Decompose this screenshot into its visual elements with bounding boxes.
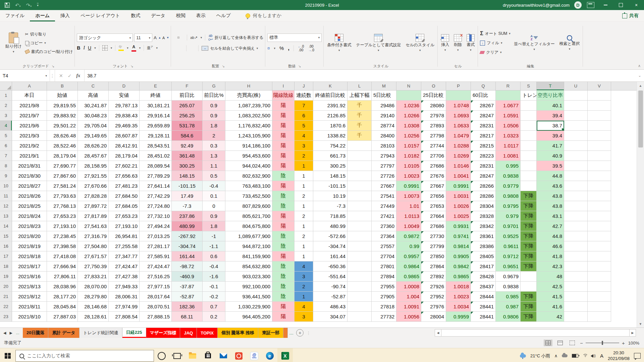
cell-E3[interactable]: 29,916.14: [140, 111, 172, 121]
vertical-scrollbar[interactable]: ▲ ▼: [637, 82, 644, 327]
cell-Q19[interactable]: 28428: [471, 272, 496, 282]
scroll-up-icon[interactable]: ▲: [637, 82, 644, 89]
cell-S3[interactable]: [521, 111, 537, 121]
cell-G8[interactable]: 1.1: [203, 161, 225, 171]
cell-J21[interactable]: 1: [294, 292, 313, 302]
cell-F13[interactable]: 237.86: [172, 211, 203, 221]
horizontal-scrollbar[interactable]: ◀ ▶: [435, 329, 636, 336]
column-header-I[interactable]: I: [272, 82, 294, 90]
column-header-Q[interactable]: Q: [471, 82, 496, 90]
cell-S10[interactable]: [521, 181, 537, 191]
cell-O13[interactable]: 27664: [421, 211, 446, 221]
cell-P21[interactable]: 1.0023: [446, 292, 471, 302]
cell-S8[interactable]: [521, 161, 537, 171]
cell-H8[interactable]: 944,024,400: [225, 161, 272, 171]
cell-V12[interactable]: [588, 201, 611, 211]
cell-U7[interactable]: [564, 151, 588, 161]
merge-center-button[interactable]: ↔セルを結合して中央揃え▾: [202, 44, 258, 52]
column-header-V[interactable]: V: [588, 82, 611, 90]
cell-N15[interactable]: 0.9872: [396, 231, 421, 241]
row-header-6[interactable]: 6: [0, 141, 12, 151]
cell-D9[interactable]: 27,656.63: [109, 171, 140, 181]
row-header-15[interactable]: 15: [0, 231, 12, 241]
format-cells-button[interactable]: ↔ 書式▾: [465, 23, 476, 63]
cell-A22[interactable]: 2021/8/11: [12, 302, 47, 312]
cell-L2[interactable]: 千: [347, 101, 372, 111]
cell-R13[interactable]: 0.979: [496, 211, 521, 221]
cell-S13[interactable]: 下降: [521, 211, 537, 221]
cell-A6[interactable]: 2021/9/2: [12, 141, 47, 151]
cell-E20[interactable]: 27,977.15: [140, 282, 172, 292]
cell-V3[interactable]: [588, 111, 611, 121]
cell-A14[interactable]: 2021/8/23: [12, 221, 47, 231]
cell-C11[interactable]: 27,828.28: [78, 191, 109, 201]
menu-tab-2[interactable]: 挿入: [55, 10, 75, 21]
cell-I5[interactable]: 陽: [272, 131, 294, 141]
cell-S9[interactable]: [521, 171, 537, 181]
cell-O10[interactable]: 27667: [421, 181, 446, 191]
cell-D23[interactable]: 27,808.54: [109, 312, 140, 322]
cell-Q21[interactable]: 28444: [471, 292, 496, 302]
cell-U14[interactable]: [564, 221, 588, 231]
column-header-H[interactable]: H: [225, 82, 272, 90]
cell-V19[interactable]: [588, 272, 611, 282]
cell-D6[interactable]: 28,412.91: [109, 141, 140, 151]
cell-H15[interactable]: 1,089,677,900: [225, 231, 272, 241]
minimize-button[interactable]: [598, 0, 613, 10]
cell-D8[interactable]: 27,602.21: [109, 161, 140, 171]
cell-N8[interactable]: 1.0105: [396, 161, 421, 171]
cell-N10[interactable]: 0.9991: [396, 181, 421, 191]
cell-I2[interactable]: 陽: [272, 101, 294, 111]
cell-I14[interactable]: 陽: [272, 221, 294, 231]
cell-N3[interactable]: 1.0266: [396, 111, 421, 121]
cell-J19[interactable]: 3: [294, 272, 313, 282]
scroll-right-icon[interactable]: ▶: [629, 329, 636, 337]
cell-B16[interactable]: 27,398.58: [47, 241, 78, 251]
cell-P22[interactable]: 1.0034: [446, 302, 471, 312]
cell-M19[interactable]: 27894: [372, 272, 396, 282]
cell-D3[interactable]: 29,838.43: [109, 111, 140, 121]
cell-D2[interactable]: 29,787.13: [109, 101, 140, 111]
cell-K18[interactable]: -650.36: [313, 261, 347, 272]
cell-P8[interactable]: 1.0146: [446, 161, 471, 171]
cell-T14[interactable]: 42.7: [537, 221, 564, 231]
cell-J3[interactable]: 6: [294, 111, 313, 121]
cell-E14[interactable]: 27,494.24: [140, 221, 172, 231]
cell-Q6[interactable]: 28215: [471, 141, 496, 151]
at-menu-app-button[interactable]: @menu: [247, 348, 262, 362]
cell-B3[interactable]: 29,883.92: [47, 111, 78, 121]
insert-function-icon[interactable]: fx: [76, 73, 80, 78]
cell-N6[interactable]: 1.0157: [396, 141, 421, 151]
menu-tab-8[interactable]: ヘルプ: [211, 10, 236, 21]
cell-L7[interactable]: [347, 151, 372, 161]
cell-H7[interactable]: 954,453,600: [225, 151, 272, 161]
phonetic-button[interactable]: 亜ア: [147, 45, 153, 51]
normal-view-button[interactable]: [544, 340, 552, 346]
cell-Q16[interactable]: 28386: [471, 241, 496, 251]
cell-Q9[interactable]: 28247: [471, 171, 496, 181]
dialog-launcher-icon[interactable]: ↘: [130, 64, 133, 68]
cell-P3[interactable]: 1.0693: [446, 111, 471, 121]
cell-D20[interactable]: 27,949.33: [109, 282, 140, 292]
cell-U17[interactable]: [564, 251, 588, 261]
cell-J4[interactable]: 5: [294, 121, 313, 131]
cell-H17[interactable]: 841,159,900: [225, 251, 272, 261]
cell-H19[interactable]: 903,023,300: [225, 272, 272, 282]
cell-T6[interactable]: 41.7: [537, 141, 564, 151]
cell-E9[interactable]: 27,789.29: [140, 171, 172, 181]
cell-G12[interactable]: 0: [203, 201, 225, 211]
row-header-2[interactable]: 2: [0, 101, 12, 111]
scroll-down-icon[interactable]: ▼: [637, 320, 644, 327]
cell-L19[interactable]: [347, 272, 372, 282]
font-size-combo[interactable]: 11▾: [134, 34, 152, 42]
align-bottom-icon[interactable]: [182, 37, 184, 38]
menu-tab-7[interactable]: 表示: [191, 10, 211, 21]
sheet-tab-マザーズ指標[interactable]: マザーズ指標: [146, 328, 180, 338]
cell-K20[interactable]: -90.74: [313, 282, 347, 292]
cell-A8[interactable]: 2021/8/31: [12, 161, 47, 171]
cell-N20[interactable]: 1.0008: [396, 282, 421, 292]
task-view-button[interactable]: [169, 348, 185, 362]
cell-C18[interactable]: 27,750.39: [78, 261, 109, 272]
sheet-tab-トレンド統計関連[interactable]: トレンド統計関連: [79, 328, 122, 338]
cancel-icon[interactable]: ✕: [59, 73, 63, 78]
